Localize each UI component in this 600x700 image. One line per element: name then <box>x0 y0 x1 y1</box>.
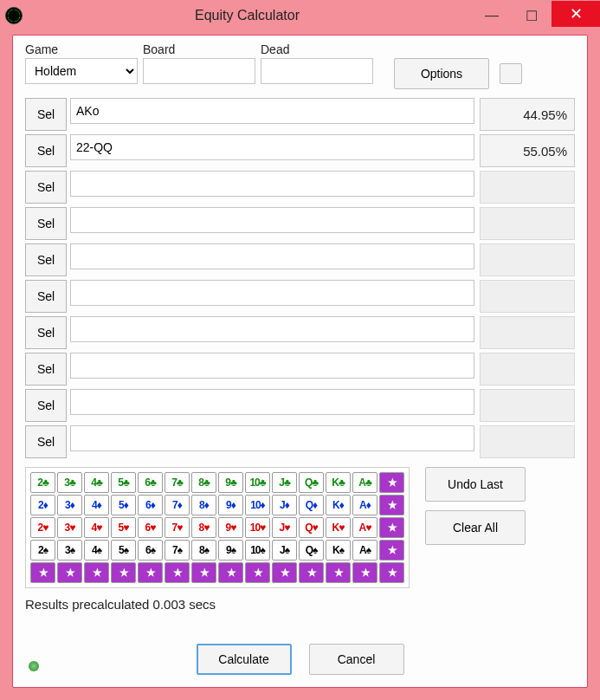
range-input[interactable] <box>70 389 474 415</box>
card-4-spade[interactable]: 4♠ <box>84 540 109 561</box>
sel-button[interactable]: Sel <box>25 243 67 276</box>
card-4-diamond[interactable]: 4♦ <box>84 495 109 515</box>
card-10-heart[interactable]: 10♥ <box>245 517 270 538</box>
card-star-heart[interactable]: ★ <box>379 517 404 538</box>
card-J-heart[interactable]: J♥ <box>272 517 297 538</box>
card-star-bottom-3[interactable]: ★ <box>111 562 136 583</box>
range-input[interactable] <box>70 280 474 306</box>
card-A-spade[interactable]: A♠ <box>352 540 377 561</box>
card-4-club[interactable]: 4♣ <box>84 472 109 493</box>
cancel-button[interactable]: Cancel <box>309 644 404 675</box>
options-extra-button[interactable] <box>500 63 522 84</box>
minimize-button[interactable]: — <box>472 3 512 28</box>
sel-button[interactable]: Sel <box>25 171 67 204</box>
card-10-diamond[interactable]: 10♦ <box>245 495 270 515</box>
maximize-button[interactable]: ☐ <box>512 3 552 28</box>
sel-button[interactable]: Sel <box>25 207 67 240</box>
range-input[interactable] <box>70 98 474 124</box>
card-3-spade[interactable]: 3♠ <box>57 540 82 561</box>
card-5-heart[interactable]: 5♥ <box>111 517 136 538</box>
card-3-diamond[interactable]: 3♦ <box>57 495 82 515</box>
card-star-bottom-2[interactable]: ★ <box>84 562 109 583</box>
range-input[interactable] <box>70 207 474 233</box>
card-star-bottom-13[interactable]: ★ <box>379 562 404 583</box>
card-9-spade[interactable]: 9♠ <box>218 540 243 561</box>
options-button[interactable]: Options <box>394 58 489 89</box>
card-Q-diamond[interactable]: Q♦ <box>299 495 324 515</box>
card-star-bottom-6[interactable]: ★ <box>191 562 216 583</box>
card-J-spade[interactable]: J♠ <box>272 540 297 561</box>
card-5-spade[interactable]: 5♠ <box>111 540 136 561</box>
range-input[interactable] <box>70 316 474 342</box>
clear-all-button[interactable]: Clear All <box>425 510 526 545</box>
card-2-diamond[interactable]: 2♦ <box>30 495 55 515</box>
card-6-club[interactable]: 6♣ <box>138 472 163 493</box>
card-star-bottom-9[interactable]: ★ <box>272 562 297 583</box>
card-4-heart[interactable]: 4♥ <box>84 517 109 538</box>
card-2-heart[interactable]: 2♥ <box>30 517 55 538</box>
card-6-diamond[interactable]: 6♦ <box>138 495 163 515</box>
card-8-diamond[interactable]: 8♦ <box>191 495 216 515</box>
card-Q-club[interactable]: Q♣ <box>299 472 324 493</box>
card-star-bottom-11[interactable]: ★ <box>326 562 351 583</box>
range-input[interactable] <box>70 425 474 451</box>
card-star-spade[interactable]: ★ <box>379 540 404 561</box>
card-Q-heart[interactable]: Q♥ <box>299 517 324 538</box>
sel-button[interactable]: Sel <box>25 280 67 313</box>
sel-button[interactable]: Sel <box>25 389 67 422</box>
sel-button[interactable]: Sel <box>25 316 67 349</box>
card-9-club[interactable]: 9♣ <box>218 472 243 493</box>
card-J-club[interactable]: J♣ <box>272 472 297 493</box>
card-star-bottom-5[interactable]: ★ <box>165 562 190 583</box>
card-9-diamond[interactable]: 9♦ <box>218 495 243 515</box>
card-star-bottom-7[interactable]: ★ <box>218 562 243 583</box>
sel-button[interactable]: Sel <box>25 353 67 386</box>
card-2-spade[interactable]: 2♠ <box>30 540 55 561</box>
card-9-heart[interactable]: 9♥ <box>218 517 243 538</box>
card-2-club[interactable]: 2♣ <box>30 472 55 493</box>
card-star-diamond[interactable]: ★ <box>379 495 404 515</box>
card-J-diamond[interactable]: J♦ <box>272 495 297 515</box>
card-star-bottom-8[interactable]: ★ <box>245 562 270 583</box>
card-K-club[interactable]: K♣ <box>326 472 351 493</box>
card-3-club[interactable]: 3♣ <box>57 472 82 493</box>
board-input[interactable] <box>143 58 255 84</box>
card-8-club[interactable]: 8♣ <box>191 472 216 493</box>
card-6-heart[interactable]: 6♥ <box>138 517 163 538</box>
card-10-spade[interactable]: 10♠ <box>245 540 270 561</box>
card-Q-spade[interactable]: Q♠ <box>299 540 324 561</box>
calculate-button[interactable]: Calculate <box>197 644 292 675</box>
close-button[interactable]: ✕ <box>552 1 600 27</box>
card-star-club[interactable]: ★ <box>379 472 404 493</box>
card-5-club[interactable]: 5♣ <box>111 472 136 493</box>
card-A-heart[interactable]: A♥ <box>352 517 377 538</box>
card-10-club[interactable]: 10♣ <box>245 472 270 493</box>
card-7-heart[interactable]: 7♥ <box>165 517 190 538</box>
card-5-diamond[interactable]: 5♦ <box>111 495 136 515</box>
range-input[interactable] <box>70 353 474 379</box>
card-8-spade[interactable]: 8♠ <box>191 540 216 561</box>
range-input[interactable] <box>70 171 474 197</box>
card-star-bottom-0[interactable]: ★ <box>30 562 55 583</box>
card-7-spade[interactable]: 7♠ <box>165 540 190 561</box>
undo-last-button[interactable]: Undo Last <box>425 467 526 502</box>
sel-button[interactable]: Sel <box>25 98 67 131</box>
dead-input[interactable] <box>261 58 373 84</box>
card-star-bottom-10[interactable]: ★ <box>299 562 324 583</box>
game-select[interactable]: Holdem <box>25 58 138 84</box>
card-6-spade[interactable]: 6♠ <box>138 540 163 561</box>
card-K-diamond[interactable]: K♦ <box>326 495 351 515</box>
card-8-heart[interactable]: 8♥ <box>191 517 216 538</box>
card-A-diamond[interactable]: A♦ <box>352 495 377 515</box>
card-star-bottom-4[interactable]: ★ <box>138 562 163 583</box>
card-K-spade[interactable]: K♠ <box>326 540 351 561</box>
card-7-club[interactable]: 7♣ <box>165 472 190 493</box>
card-7-diamond[interactable]: 7♦ <box>165 495 190 515</box>
range-input[interactable] <box>70 134 474 160</box>
card-star-bottom-1[interactable]: ★ <box>57 562 82 583</box>
sel-button[interactable]: Sel <box>25 134 67 167</box>
card-A-club[interactable]: A♣ <box>352 472 377 493</box>
sel-button[interactable]: Sel <box>25 425 67 458</box>
card-3-heart[interactable]: 3♥ <box>57 517 82 538</box>
range-input[interactable] <box>70 243 474 269</box>
